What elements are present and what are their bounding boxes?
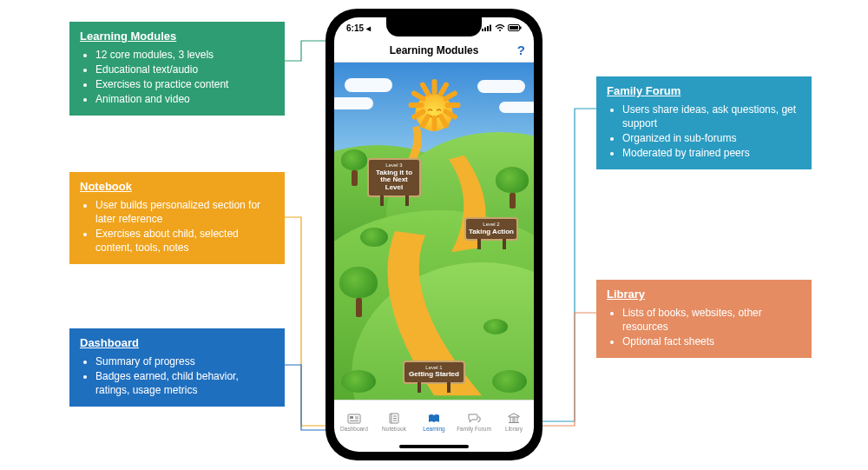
tab-family-forum[interactable]: Family Forum [454, 400, 494, 443]
status-time: 6:15 ◂ [346, 23, 371, 33]
callout-item: User builds personalized section for lat… [95, 198, 274, 226]
battery-icon [508, 23, 522, 33]
sign-level: Level 2 [468, 222, 515, 228]
home-indicator [399, 445, 469, 448]
tab-label: Learning [423, 426, 444, 432]
illustration-scene: // sun rays document.addEventListener('D… [334, 63, 534, 400]
callout-item: Organized in sub-forums [622, 131, 801, 145]
callout-item: Badges earned, child behavior, ratings, … [95, 369, 274, 397]
callout-item: Summary of progress [95, 354, 274, 368]
callout-title: Family Forum [607, 83, 801, 99]
sign-title: Taking it to the Next Level [371, 169, 418, 192]
callout-item: Animation and video [95, 92, 274, 106]
dashboard-icon [346, 413, 362, 425]
svg-rect-3 [490, 24, 491, 31]
phone-notch [386, 17, 482, 36]
callout-title: Learning Modules [80, 29, 274, 44]
svg-rect-7 [510, 26, 518, 30]
forum-icon [466, 413, 482, 425]
svg-rect-1 [484, 27, 486, 31]
tab-label: Notebook [382, 426, 406, 432]
callout-item: Exercises to practice content [95, 77, 274, 91]
level-sign-3[interactable]: Level 3 Taking it to the Next Level [367, 158, 421, 197]
tab-label: Dashboard [340, 426, 368, 432]
svg-rect-6 [520, 26, 522, 29]
callout-item: Educational text/audio [95, 63, 274, 76]
level-sign-2[interactable]: Level 2 Taking Action [464, 217, 518, 241]
status-icons [482, 23, 522, 33]
callout-library: Library Lists of books, websites, other … [596, 280, 812, 358]
callout-title: Notebook [80, 179, 274, 195]
callout-notebook: Notebook User builds personalized sectio… [69, 172, 285, 264]
tab-label: Family Forum [457, 426, 491, 432]
phone-mockup: 6:15 ◂ Learning Modules ? [326, 9, 542, 460]
sign-title: Getting Started [406, 371, 462, 379]
callout-title: Dashboard [80, 335, 274, 351]
page-title: Learning Modules [390, 44, 479, 56]
callout-dashboard: Dashboard Summary of progress Badges ear… [69, 328, 285, 407]
svg-rect-0 [482, 29, 483, 31]
app-header: Learning Modules ? [334, 38, 534, 63]
sign-level: Level 1 [406, 365, 462, 371]
signal-icon [482, 23, 492, 33]
callout-item: Moderated by trained peers [622, 146, 801, 160]
tab-bar: Dashboard Notebook Learning Family Forum [334, 400, 534, 443]
library-icon [506, 413, 522, 425]
callout-learning-modules: Learning Modules 12 core modules, 3 leve… [69, 22, 285, 116]
tab-dashboard[interactable]: Dashboard [334, 400, 374, 443]
callout-title: Library [607, 287, 801, 302]
svg-rect-9 [350, 416, 353, 419]
learning-icon [426, 413, 442, 425]
notebook-icon [386, 413, 402, 425]
callout-item: Lists of books, websites, other resource… [622, 306, 801, 334]
phone-screen: 6:15 ◂ Learning Modules ? [334, 17, 534, 452]
tab-notebook[interactable]: Notebook [374, 400, 414, 443]
level-sign-1[interactable]: Level 1 Getting Started [403, 361, 465, 384]
svg-point-4 [499, 30, 501, 31]
sign-level: Level 3 [371, 162, 418, 169]
sign-title: Taking Action [468, 228, 515, 236]
tab-learning[interactable]: Learning [414, 400, 454, 443]
tab-label: Library [505, 426, 523, 432]
tab-library[interactable]: Library [494, 400, 534, 443]
callout-item: Exercises about child, selected content,… [95, 227, 274, 255]
svg-rect-2 [487, 26, 489, 31]
callout-item: 12 core modules, 3 levels [95, 48, 274, 62]
help-button[interactable]: ? [517, 43, 525, 57]
wifi-icon [495, 23, 505, 33]
callout-family-forum: Family Forum Users share ideas, ask ques… [596, 76, 812, 169]
callout-item: Users share ideas, ask questions, get su… [622, 103, 801, 130]
callout-item: Optional fact sheets [622, 334, 801, 348]
